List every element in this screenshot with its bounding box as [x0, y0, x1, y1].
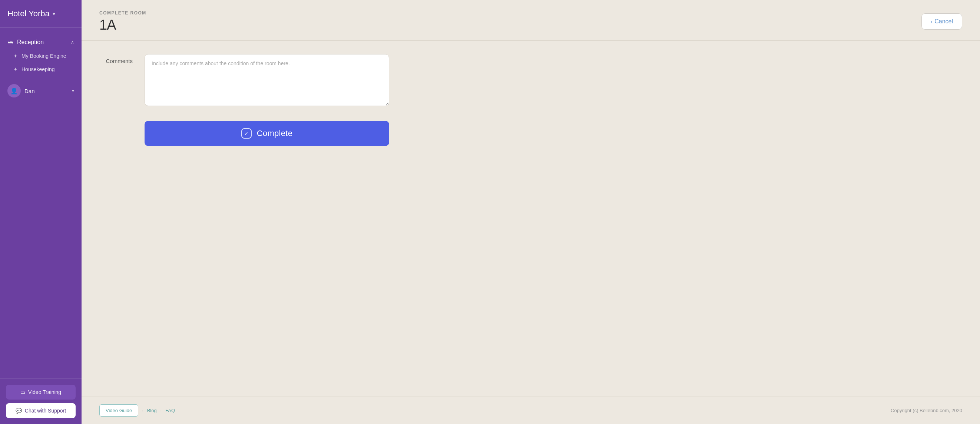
complete-label: Complete — [257, 129, 293, 138]
complete-check-icon: ✓ — [241, 128, 252, 139]
chat-support-label: Chat with Support — [25, 408, 66, 414]
room-number: 1A — [99, 17, 146, 33]
comments-row: Comments — [99, 54, 962, 106]
avatar: 👤 — [7, 84, 21, 97]
cancel-button[interactable]: › Cancel — [921, 13, 962, 30]
room-label: COMPLETE ROOM — [99, 10, 146, 16]
chat-support-button[interactable]: 💬 Chat with Support — [6, 403, 76, 418]
sidebar-nav: 🛏 Reception ∧ ✦ My Booking Engine ✦ Hous… — [0, 28, 81, 378]
footer-links: Video Guide · Blog · FAQ — [99, 404, 175, 417]
sidebar-bottom: ▭ Video Training 💬 Chat with Support — [0, 378, 81, 424]
video-training-button[interactable]: ▭ Video Training — [6, 385, 76, 400]
page-footer: Video Guide · Blog · FAQ Copyright (c) B… — [81, 397, 980, 424]
blog-link[interactable]: Blog — [147, 408, 157, 413]
brand-name: Hotel Yorba — [7, 9, 50, 19]
blog-label: Blog — [147, 408, 157, 413]
brand-chevron-icon: ▾ — [52, 11, 55, 17]
cancel-chevron-icon: › — [931, 19, 932, 24]
faq-link[interactable]: FAQ — [165, 408, 175, 413]
sidebar-header: Hotel Yorba ▾ — [0, 0, 81, 28]
complete-button[interactable]: ✓ Complete — [145, 121, 389, 146]
page-header: COMPLETE ROOM 1A › Cancel — [81, 0, 980, 41]
comments-textarea[interactable] — [145, 54, 389, 106]
video-guide-label: Video Guide — [106, 408, 132, 413]
housekeeping-icon: ✦ — [13, 66, 18, 72]
chat-icon: 💬 — [16, 408, 22, 414]
sidebar-item-booking-engine[interactable]: ✦ My Booking Engine — [0, 49, 81, 63]
booking-engine-label: My Booking Engine — [22, 53, 66, 59]
user-name: Dan — [24, 88, 68, 94]
room-info: COMPLETE ROOM 1A — [99, 10, 146, 33]
footer-dot-1: · — [142, 408, 143, 413]
complete-btn-wrapper: ✓ Complete — [99, 121, 962, 146]
reception-left: 🛏 Reception — [7, 39, 44, 46]
sidebar: Hotel Yorba ▾ 🛏 Reception ∧ ✦ My Booking… — [0, 0, 81, 424]
copyright-text: Copyright (c) Bellebnb.com, 2020 — [891, 408, 962, 413]
reception-label: Reception — [17, 39, 44, 46]
faq-label: FAQ — [165, 408, 175, 413]
booking-engine-icon: ✦ — [13, 53, 18, 59]
cancel-label: Cancel — [934, 18, 953, 25]
reception-icon: 🛏 — [7, 39, 13, 46]
housekeeping-label: Housekeeping — [22, 66, 55, 72]
main-content: COMPLETE ROOM 1A › Cancel Comments ✓ Com… — [81, 0, 980, 424]
sidebar-user[interactable]: 👤 Dan ▾ — [0, 79, 81, 103]
user-chevron-icon: ▾ — [72, 88, 74, 94]
footer-dot-2: · — [161, 408, 162, 413]
video-guide-button[interactable]: Video Guide — [99, 404, 138, 417]
video-training-label: Video Training — [28, 389, 61, 395]
sidebar-brand[interactable]: Hotel Yorba ▾ — [7, 9, 74, 19]
form-section: Comments ✓ Complete — [81, 41, 980, 397]
comments-label: Comments — [99, 54, 133, 64]
nav-section-reception: 🛏 Reception ∧ ✦ My Booking Engine ✦ Hous… — [0, 35, 81, 76]
reception-chevron-icon: ∧ — [71, 40, 74, 45]
video-icon: ▭ — [21, 389, 25, 395]
sidebar-item-housekeeping[interactable]: ✦ Housekeeping — [0, 63, 81, 76]
sidebar-item-reception[interactable]: 🛏 Reception ∧ — [0, 35, 81, 49]
